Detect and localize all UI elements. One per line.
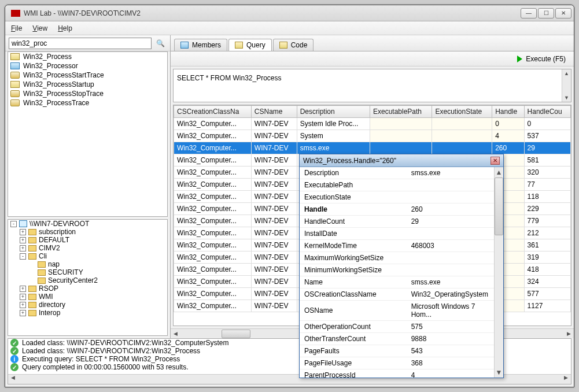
property-row[interactable]: ParentProcessId4	[300, 369, 494, 378]
cell: Win32_Computer...	[174, 191, 252, 203]
tree-node[interactable]: nap	[8, 260, 167, 268]
binoculars-icon[interactable]: 🔍	[154, 38, 167, 49]
tree-node[interactable]: +directory	[8, 301, 167, 309]
expander-icon[interactable]: +	[20, 229, 26, 235]
property-row[interactable]: PageFileUsage368	[300, 357, 494, 369]
property-row[interactable]: OtherOperationCount575	[300, 321, 494, 333]
expander-icon[interactable]: +	[20, 302, 26, 308]
column-header[interactable]: HandleCou	[524, 106, 570, 118]
success-icon: ✓	[10, 363, 19, 371]
maximize-button[interactable]: ☐	[538, 8, 554, 19]
class-item[interactable]: Win32_ProcessStartup	[8, 80, 167, 89]
property-row[interactable]: Descriptionsmss.exe	[300, 167, 494, 179]
expander-icon[interactable]: +	[20, 237, 26, 243]
tab-code[interactable]: Code	[273, 39, 314, 51]
expander-icon[interactable]: +	[20, 310, 26, 316]
minimize-button[interactable]: —	[521, 8, 537, 19]
class-item[interactable]: Win32_ProcessStopTrace	[8, 89, 167, 98]
property-value: 368	[407, 357, 494, 369]
folder-icon	[38, 278, 46, 284]
property-name: PageFaults	[300, 345, 407, 357]
execute-button[interactable]: Execute (F5)	[514, 54, 569, 64]
tree-node[interactable]: +WMI	[8, 293, 167, 301]
cell: 361	[524, 239, 570, 252]
class-item[interactable]: Win32_ProcessStartTrace	[8, 71, 167, 80]
scroll-left-icon[interactable]: ◀	[171, 331, 180, 336]
cell: 77	[524, 179, 570, 191]
scroll-right-icon[interactable]: ▶	[564, 331, 574, 336]
tree-node[interactable]: +RSOP	[8, 284, 167, 293]
tree-node[interactable]: +DEFAULT	[8, 236, 167, 244]
property-row[interactable]: Handle260	[300, 204, 494, 216]
property-row[interactable]: MinimumWorkingSetSize	[300, 264, 494, 276]
titlebar[interactable]: WMI Lab - \\WIN7-DEV\ROOT\CIMV2 — ☐ ✕	[5, 5, 574, 21]
tab-members[interactable]: Members	[174, 39, 227, 51]
class-list[interactable]: Win32_ProcessWin32_ProcessorWin32_Proces…	[8, 51, 168, 217]
column-header[interactable]: ExecutablePath	[370, 106, 432, 118]
class-label: Win32_Process	[23, 53, 72, 61]
tree-node[interactable]: -Cli	[8, 252, 167, 260]
property-row[interactable]: PageFaults543	[300, 345, 494, 357]
tree-node[interactable]: +subscription	[8, 228, 167, 236]
table-row[interactable]: Win32_Computer...WIN7-DEVSystem Idle Pro…	[174, 118, 571, 130]
column-header[interactable]: CSCreationClassNa	[174, 106, 252, 118]
cell: Win32_Computer...	[174, 252, 252, 264]
property-row[interactable]: ExecutionState	[300, 191, 494, 204]
column-header[interactable]: Description	[297, 106, 370, 118]
popup-scrollbar[interactable]: ▲ ▼	[494, 167, 503, 378]
play-icon	[517, 56, 522, 62]
scroll-thumb[interactable]	[222, 330, 250, 338]
close-button[interactable]: ✕	[555, 8, 571, 19]
property-row[interactable]: InstallDate	[300, 228, 494, 240]
column-header[interactable]: Handle	[492, 106, 524, 118]
query-editor[interactable]: SELECT * FROM Win32_Process	[173, 69, 571, 102]
cell: WIN7-DEV	[251, 179, 297, 191]
expander-icon[interactable]: +	[20, 294, 26, 300]
query-icon	[235, 42, 243, 49]
property-row[interactable]: OSNameMicrosoft Windows 7 Hom...	[300, 301, 494, 321]
popup-titlebar[interactable]: Win32_Process.Handle="260" ✕	[300, 154, 503, 167]
menu-help[interactable]: Help	[58, 24, 72, 32]
class-item[interactable]: Win32_Processor	[8, 61, 167, 71]
property-row[interactable]: OtherTransferCount9888	[300, 333, 494, 345]
popup-close-button[interactable]: ✕	[491, 157, 500, 165]
class-label: Win32_ProcessStartup	[23, 80, 94, 88]
expander-icon[interactable]: -	[20, 253, 26, 260]
menu-file[interactable]: File	[11, 24, 22, 32]
cell: 418	[524, 264, 570, 276]
table-row[interactable]: Win32_Computer...WIN7-DEVSystem4537	[174, 130, 571, 142]
menu-view[interactable]: View	[32, 24, 47, 32]
expander-icon[interactable]: +	[20, 245, 26, 252]
tree-node[interactable]: +CIMV2	[8, 244, 167, 252]
property-row[interactable]: KernelModeTime468003	[300, 240, 494, 252]
instance-popup[interactable]: Win32_Process.Handle="260" ✕ Description…	[299, 154, 504, 378]
property-value: smss.exe	[407, 276, 494, 289]
class-item[interactable]: Win32_ProcessTrace	[8, 98, 167, 108]
property-row[interactable]: HandleCount29	[300, 216, 494, 228]
cell: smss.exe	[297, 142, 370, 154]
property-row[interactable]: OSCreationClassNameWin32_OperatingSystem	[300, 289, 494, 301]
tree-node[interactable]: SecurityCenter2	[8, 276, 167, 284]
expander-icon[interactable]: -	[10, 221, 17, 227]
column-header[interactable]: ExecutionState	[432, 106, 492, 118]
namespace-tree[interactable]: -\\WIN7-DEV\ROOT+subscription+DEFAULT+CI…	[8, 219, 168, 336]
tree-node[interactable]: SECURITY	[8, 268, 167, 276]
tree-node[interactable]: +Interop	[8, 309, 167, 317]
tree-label: \\WIN7-DEV\ROOT	[29, 220, 89, 228]
column-header[interactable]: CSName	[251, 106, 297, 118]
tree-node[interactable]: -\\WIN7-DEV\ROOT	[8, 220, 167, 228]
property-name: MaximumWorkingSetSize	[300, 252, 407, 264]
class-search-input[interactable]	[9, 38, 152, 49]
tab-query[interactable]: Query	[228, 39, 272, 51]
expander-icon[interactable]: +	[20, 286, 26, 292]
table-row[interactable]: Win32_Computer...WIN7-DEVsmss.exe26029	[174, 142, 571, 154]
class-item[interactable]: Win32_Process	[8, 52, 167, 61]
scroll-left-icon[interactable]: ◀	[8, 375, 18, 384]
scroll-right-icon[interactable]: ▶	[561, 375, 571, 384]
property-row[interactable]: ExecutablePath	[300, 179, 494, 191]
editor-scrollbar[interactable]	[562, 69, 571, 102]
popup-scroll-thumb[interactable]	[495, 177, 503, 235]
property-name: OtherOperationCount	[300, 321, 407, 333]
property-row[interactable]: Namesmss.exe	[300, 276, 494, 289]
property-row[interactable]: MaximumWorkingSetSize	[300, 252, 494, 264]
